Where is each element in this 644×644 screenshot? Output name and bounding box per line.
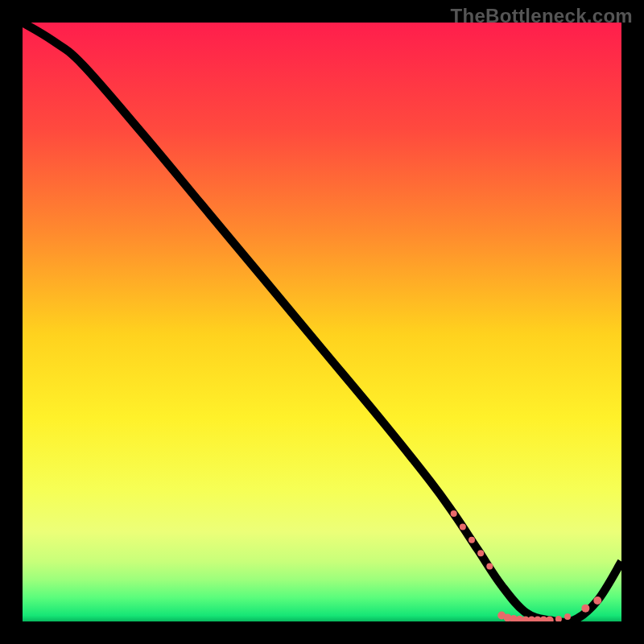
- plot-area: [23, 23, 621, 621]
- marker-dot: [451, 510, 457, 517]
- marker-dot: [477, 550, 484, 556]
- marker-dot: [486, 564, 493, 570]
- marker-dot: [564, 613, 571, 620]
- marker-dot: [460, 523, 466, 530]
- marker-dot: [469, 537, 475, 543]
- marker-layer: [23, 23, 621, 621]
- marker-dot: [593, 597, 601, 605]
- marker-dot: [546, 617, 554, 621]
- marker-dot: [581, 605, 589, 613]
- marker-dot: [555, 616, 562, 621]
- chart-stage: TheBottleneck.com: [0, 0, 644, 644]
